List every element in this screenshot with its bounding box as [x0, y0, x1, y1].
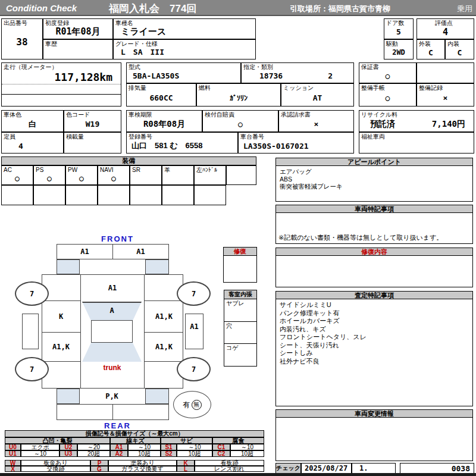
- front-bumper-right-label: A1: [113, 245, 168, 259]
- legend-cat-corrosion: 腐食: [212, 437, 264, 444]
- doors-cell: ドア数 5: [384, 18, 414, 39]
- rear-bumper-right: [113, 405, 168, 419]
- bottom-edge-bar: [0, 473, 476, 476]
- model-name-cell: 車種名 ミライース: [113, 18, 256, 39]
- lot-number-cell: 出品番号 38: [1, 18, 43, 60]
- cabin-row-hole-label: 穴: [226, 322, 232, 329]
- legend-val-u1: ～10: [21, 450, 60, 457]
- cabin-lining-header: 客室内張: [224, 290, 257, 299]
- assessment-notes-header: 査定特記事項: [275, 291, 473, 299]
- legend-sym-a1: A1: [110, 444, 128, 450]
- legend-cat-scratch: 線キズ: [110, 437, 161, 444]
- interior-grade-cell: 内装 C: [445, 39, 474, 60]
- lot-number-value: 38: [2, 25, 42, 59]
- spare-no-circled: 無: [192, 400, 202, 410]
- jibaiseki-value: ○: [203, 117, 278, 131]
- warranty-value: ○: [359, 69, 416, 83]
- fuel-cell: 燃料 ｶﾞｿﾘﾝ: [196, 83, 281, 107]
- inspection-value: R08年08月: [127, 117, 202, 131]
- vehicle-category: 乗用: [457, 4, 472, 14]
- first-registration-value: R01年08月: [43, 25, 112, 39]
- approval-cell: 承認請求書 ×: [278, 110, 354, 132]
- first-registration-cell: 初度登録 R01年08月: [43, 18, 113, 39]
- auction-condition-sheet: Condition Check 福岡入札会 774回 引取場所：福岡県古賀市青柳…: [0, 0, 476, 476]
- brand-logo: Condition Check: [6, 3, 77, 13]
- legend-sym-c2: C2: [212, 450, 230, 457]
- right-sill-box: A1: [185, 314, 203, 349]
- capacity-value: 4: [2, 139, 63, 153]
- equipment-cell-leather: 革: [162, 165, 194, 185]
- history-cell: 車歴: [43, 39, 113, 60]
- equipment-cell-sr: SR: [130, 165, 162, 185]
- repair-flag-box: 修復: [223, 247, 257, 283]
- legend-sym-k: K: [177, 460, 195, 466]
- recycle-fee-amount: 7,140円: [359, 117, 474, 131]
- legend-val-l: レンズ割れ: [195, 466, 264, 472]
- equipment-sr-value: [130, 172, 161, 184]
- equipment-cell-pw: PW ○: [65, 165, 98, 185]
- legend-sym-s1: S1: [161, 444, 177, 450]
- mileage-cell: 走行（現メーター） 117,128km: [1, 62, 121, 107]
- designation-cell: 指定・類別 18736 2: [241, 62, 354, 83]
- transmission-value: AT: [281, 90, 353, 106]
- legend-val-u3: 20超: [77, 450, 110, 457]
- maintenance-record-cell: 整備記録 ×: [416, 83, 474, 107]
- doors-value: 5: [384, 25, 413, 39]
- rear-window-shade: [82, 343, 142, 362]
- wheel-rear-right: 7: [177, 357, 211, 381]
- spare-tire-indicator: 有 無: [173, 391, 211, 418]
- legend-val-g: ガラス交換要す: [108, 466, 177, 472]
- approval-value: ×: [279, 117, 353, 131]
- special-notes-header: 車両特記事項: [275, 205, 473, 213]
- history-value: [43, 46, 112, 59]
- appeal-points-box: アピールポイント エアバッグ ABS 衝突被害軽減ブレーキ: [275, 158, 473, 202]
- maintenance-record-value: ×: [417, 90, 474, 106]
- left-rear-door-label: A1,K: [42, 332, 80, 361]
- special-notes-box: 車両特記事項 ※記載のない書類・機器等は無しとして取り扱います。: [275, 205, 473, 244]
- legend-sym-c1: C1: [212, 444, 230, 450]
- score-value: 4: [417, 25, 474, 39]
- warranty-cell: 保証書 ○: [359, 62, 416, 83]
- equipment-cell-ps: PS ○: [33, 165, 65, 185]
- sheet-number-value: 0038: [400, 464, 474, 473]
- payload-cell: 積載量: [64, 132, 121, 154]
- legend-sym-u1: U1: [5, 450, 21, 457]
- change-info-box: 車両変更情報: [275, 409, 473, 461]
- equipment-empty-row-2: [33, 185, 65, 205]
- legend-cat-rust: サビ: [161, 437, 212, 444]
- check-rev-cell: 1.: [352, 463, 396, 474]
- legend-sym-a2: A2: [110, 450, 128, 457]
- legend-val-s2: 10超: [177, 450, 212, 457]
- welfare-label: 福祉車両: [361, 133, 385, 140]
- model-code-cell: 型式 5BA-LA350S: [126, 62, 241, 83]
- appeal-points-header: アピールポイント: [275, 158, 473, 166]
- diagram-rear-label: REAR: [83, 421, 152, 430]
- chassis-number-value: LA350S-0167021: [239, 139, 353, 153]
- legend-sym-u0: U0: [5, 444, 21, 450]
- equipment-cell-extra: [226, 165, 256, 185]
- exterior-grade-value: C: [417, 46, 444, 59]
- check-date-value: 2025/08/27: [302, 464, 351, 473]
- diagram-front-label: FRONT: [83, 234, 152, 243]
- mileage-divider: [2, 94, 121, 95]
- legend-sym-s2: S2: [161, 450, 177, 457]
- right-rear-door-label: A1,K: [145, 332, 183, 361]
- registration-number-cell: 登録番号 山口 581 む 6558: [126, 132, 238, 154]
- trunk-label: trunk: [80, 364, 144, 372]
- welfare-cell: 福祉車両: [359, 132, 474, 154]
- recycle-fee-cell: リサイクル料 預託済 7,140円: [359, 110, 474, 132]
- left-col-line-3: [42, 361, 81, 362]
- check-rev-value: 1.: [352, 464, 395, 473]
- legend-sym-u3: U3: [60, 450, 77, 457]
- header-bar: Condition Check 福岡入札会 774回 引取場所：福岡県古賀市青柳…: [0, 0, 476, 16]
- drive-cell: 駆動 2WD: [384, 39, 414, 60]
- registration-number-value: 山口 581 む 6558: [127, 139, 237, 153]
- legend-sym-g: G: [90, 466, 108, 472]
- rear-left-corner-shade: [57, 389, 80, 404]
- equipment-leather-value: [162, 172, 193, 184]
- assessment-notes-lines: サイドシルミミU パンク修理キット有 ホイールカバーキズ 内装汚れ、キズ フロン…: [280, 301, 367, 365]
- equipment-cell-ac: AC ○: [1, 165, 33, 185]
- wheel-rear-left: 7: [15, 357, 49, 381]
- rear-right-corner-shade: [145, 389, 169, 404]
- check-label-cell: チェック: [275, 463, 301, 474]
